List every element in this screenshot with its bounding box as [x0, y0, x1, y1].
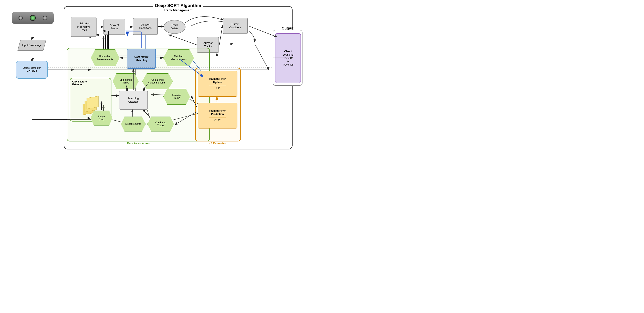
confirmed-tracks-hex: ConfirmedTracks — [147, 117, 174, 132]
measurements-label: Measurements — [126, 123, 141, 125]
cost-matrix-box: Cost MatrixMatching — [127, 49, 156, 69]
cnn-label: CNN FeatureExtractor — [72, 80, 87, 86]
unmatched-measurements-top-hex: UnmatchedMeasurements — [91, 49, 120, 66]
output-conditions-label: OutputConditions — [229, 23, 242, 29]
kf-update-box: Kalman FilterUpdate x̂, P — [198, 71, 238, 97]
object-detector-label: Object DetectorYOLOv3 — [23, 66, 41, 73]
deepsort-title: Deep-SORT Algorithm — [153, 3, 203, 8]
kf-prediction-box: Kalman FilterPrediction x̂⁻, P⁻ — [198, 103, 238, 129]
init-tentative-label: Initializationof TentativeTrack — [77, 22, 90, 32]
input-raw-label: Input Raw Image — [22, 44, 42, 47]
track-delete-box: TrackDelete — [164, 20, 186, 34]
unmatched-measurements-mid-hex: UnmatchedMeasurements — [142, 73, 173, 89]
kf-prediction-label: Kalman FilterPrediction — [209, 109, 226, 116]
array-tracks-top-label: Array ofTracks — [110, 24, 119, 30]
array-tracks-top-box: Array ofTracks — [104, 19, 126, 35]
diagram: Input Raw Image Object DetectorYOLOv3 De… — [0, 0, 322, 156]
measurements-hex: Measurements — [121, 117, 146, 132]
camera-lens-left — [18, 16, 23, 20]
cost-matrix-label: Cost MatrixMatching — [134, 55, 148, 62]
camera-lens-right — [43, 16, 47, 20]
data-association-label: Data Association — [127, 142, 150, 145]
kf-update-label: Kalman FilterUpdate — [209, 77, 226, 84]
kf-estimation-label: KF Estimation — [208, 142, 227, 145]
image-crop-label: ImageCrop — [98, 115, 105, 121]
input-raw-image: Input Raw Image — [19, 40, 45, 51]
tentative-tracks-label: TentativeTracks — [172, 94, 181, 100]
array-tracks-right-label: Array ofTracks — [204, 42, 212, 48]
deletion-conditions-box: DeletionConditions — [133, 18, 158, 35]
matched-measurements-hex: MatchedMeasurements — [163, 49, 194, 66]
output-content-label: ObjectBoundingBoxes&Track IDs — [282, 50, 293, 67]
output-outer-box: Output ObjectBoundingBoxes&Track IDs — [273, 30, 302, 86]
camera-device — [12, 12, 54, 24]
kf-prediction-math: x̂⁻, P⁻ — [209, 118, 226, 122]
object-detector-box: Object DetectorYOLOv3 — [16, 61, 48, 79]
matching-cascade-label: MatchingCascade — [128, 97, 139, 104]
confirmed-tracks-label: ConfirmedTracks — [155, 121, 166, 127]
matching-cascade-box: MatchingCascade — [119, 91, 148, 110]
init-tentative-box: Initializationof TentativeTrack — [71, 17, 96, 37]
image-crop-hex: ImageCrop — [90, 111, 112, 126]
tentative-tracks-hex: TentativeTracks — [163, 89, 190, 105]
deletion-conditions-label: DeletionConditions — [139, 23, 152, 30]
camera-lens-center — [30, 15, 36, 21]
unmatched-measurements-mid-label: UnmatchedMeasurements — [150, 79, 166, 84]
track-management-label: Track Management — [164, 9, 192, 12]
matched-measurements-label: MatchedMeasurements — [171, 55, 186, 61]
unmatched-tracks-hex: UnmatchedTracks — [113, 73, 138, 89]
output-outer-label: Output — [282, 26, 294, 31]
kf-update-math: x̂, P — [209, 86, 226, 90]
unmatched-measurements-top-label: UnmatchedMeasurements — [97, 55, 113, 61]
track-delete-label: TrackDelete — [171, 24, 178, 30]
output-conditions-box: OutputConditions — [223, 18, 248, 34]
output-content-box: ObjectBoundingBoxes&Track IDs — [275, 33, 301, 83]
unmatched-tracks-label: UnmatchedTracks — [120, 79, 132, 84]
